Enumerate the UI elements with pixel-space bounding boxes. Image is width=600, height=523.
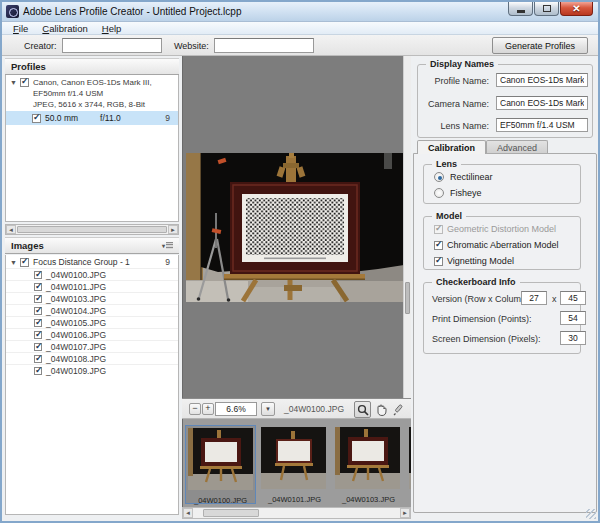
image-filename: _04W0103.JPG: [46, 294, 106, 304]
left-sidebar: Profiles ▼ Canon, Canon EOS-1Ds Mark III…: [5, 58, 179, 515]
menu-file[interactable]: File: [6, 23, 35, 34]
image-row[interactable]: _04W0108.JPG: [6, 352, 178, 364]
menu-help[interactable]: Help: [95, 23, 129, 34]
generate-profiles-button[interactable]: Generate Profiles: [492, 37, 588, 54]
filmstrip-thumb[interactable]: _04W0103.JPG: [333, 425, 404, 504]
hand-tool-button[interactable]: [372, 401, 389, 418]
maximize-button[interactable]: [534, 2, 559, 16]
image-row[interactable]: _04W0105.JPG: [6, 316, 178, 328]
pin-tool-button[interactable]: [390, 401, 407, 418]
filmstrip-thumb[interactable]: _04W0100.JPG: [185, 425, 256, 504]
thumbnail-label: _04W0101.JPG: [261, 495, 328, 504]
checkbox-checked-icon[interactable]: [32, 114, 41, 123]
minimize-button[interactable]: [508, 2, 533, 16]
website-input[interactable]: [214, 38, 314, 53]
image-row[interactable]: _04W0100.JPG: [6, 268, 178, 280]
images-header: Images ▾: [5, 237, 179, 254]
checkbox-checked-icon[interactable]: [34, 343, 42, 351]
images-group-row[interactable]: ▼ Focus Distance Group - 1 9: [6, 255, 178, 268]
image-row[interactable]: _04W0106.JPG: [6, 328, 178, 340]
screen-dimension-label: Screen Dimension (Pixels):: [432, 334, 541, 344]
rectilinear-option[interactable]: Rectilinear: [434, 172, 493, 182]
checkbox-checked-icon[interactable]: [34, 295, 42, 303]
images-title: Images: [11, 240, 44, 251]
print-dimension-label: Print Dimension (Points):: [432, 314, 532, 324]
camera-name-input[interactable]: [496, 96, 588, 110]
filmstrip-hscrollbar[interactable]: ◄ ►: [182, 507, 411, 519]
images-list: ▼ Focus Distance Group - 1 9 _04W0100.JP…: [5, 255, 179, 515]
checkbox-checked-icon[interactable]: [434, 241, 443, 250]
scroll-right-icon[interactable]: ►: [400, 508, 410, 518]
image-row[interactable]: _04W0104.JPG: [6, 304, 178, 316]
pin-icon: [393, 404, 405, 416]
zoom-out-button[interactable]: −: [189, 403, 201, 415]
zoom-in-button[interactable]: +: [202, 403, 214, 415]
image-row[interactable]: _04W0101.JPG: [6, 280, 178, 292]
maximize-icon: [543, 5, 551, 12]
profile-name-input[interactable]: [496, 73, 588, 87]
profiles-hscrollbar[interactable]: ◄ ►: [5, 224, 179, 235]
scrollbar-thumb[interactable]: [405, 282, 410, 314]
checkbox-checked-icon[interactable]: [20, 78, 29, 87]
radio-selected-icon[interactable]: [434, 172, 444, 182]
preview-canvas[interactable]: [182, 56, 411, 398]
checkbox-checked-icon[interactable]: [34, 307, 42, 315]
profile-child-row[interactable]: 50.0 mm f/11.0 9: [6, 111, 178, 125]
scroll-left-icon[interactable]: ◄: [6, 225, 16, 234]
panel-menu-icon[interactable]: ▾: [162, 242, 173, 249]
screen-dimension-input[interactable]: [560, 331, 586, 345]
scroll-left-icon[interactable]: ◄: [183, 508, 193, 518]
print-dimension-input[interactable]: [560, 311, 586, 325]
chromatic-aberration-label: Chromatic Aberration Model: [447, 240, 559, 250]
checkbox-checked-icon[interactable]: [34, 283, 42, 291]
image-row[interactable]: _04W0103.JPG: [6, 292, 178, 304]
zoom-tool-button[interactable]: [354, 401, 371, 418]
zoom-level-value[interactable]: 6.6%: [215, 402, 257, 416]
checkbox-checked-disabled-icon: [434, 225, 443, 234]
resize-grip[interactable]: [586, 509, 596, 519]
expander-down-icon[interactable]: ▼: [10, 257, 20, 266]
thumbnail-photo: [261, 427, 326, 489]
preview-area: − + 6.6% ▼ _04W0100.JPG: [182, 56, 411, 519]
image-row[interactable]: _04W0107.JPG: [6, 340, 178, 352]
thumbnail-photo: [188, 428, 253, 490]
app-window: Adobe Lens Profile Creator - Untitled Pr…: [0, 0, 600, 523]
geometric-distortion-label: Geometric Distortion Model: [447, 224, 556, 234]
lens-name-input[interactable]: [496, 118, 588, 132]
scroll-right-icon[interactable]: ►: [168, 225, 178, 234]
fisheye-option[interactable]: Fisheye: [434, 188, 482, 198]
version-cols-input[interactable]: [560, 291, 586, 305]
radio-unselected-icon[interactable]: [434, 188, 444, 198]
website-label: Website:: [174, 41, 209, 51]
checkbox-checked-icon[interactable]: [34, 271, 42, 279]
image-filename: _04W0100.JPG: [46, 270, 106, 280]
filmstrip-thumb[interactable]: _04W0101.JPG: [259, 425, 330, 504]
checkbox-checked-icon[interactable]: [34, 331, 42, 339]
checkbox-checked-icon[interactable]: [434, 257, 443, 266]
preview-vscrollbar[interactable]: [403, 56, 411, 398]
fisheye-label: Fisheye: [450, 188, 482, 198]
checkbox-checked-icon[interactable]: [34, 319, 42, 327]
checkbox-checked-icon[interactable]: [20, 258, 29, 267]
header-toolbar: Creator: Website: Generate Profiles: [2, 35, 598, 56]
window-title: Adobe Lens Profile Creator - Untitled Pr…: [23, 6, 241, 17]
close-button[interactable]: ✕: [560, 2, 593, 16]
scrollbar-thumb[interactable]: [17, 226, 167, 233]
creator-input[interactable]: [62, 38, 162, 53]
creator-label: Creator:: [24, 41, 57, 51]
tab-advanced[interactable]: Advanced: [486, 140, 548, 154]
version-rows-input[interactable]: [521, 291, 547, 305]
tab-calibration[interactable]: Calibration: [417, 140, 486, 154]
expander-down-icon[interactable]: ▼: [10, 77, 20, 110]
profile-aperture: f/11.0: [100, 113, 121, 123]
zoom-dropdown-button[interactable]: ▼: [261, 402, 275, 416]
title-bar[interactable]: Adobe Lens Profile Creator - Untitled Pr…: [2, 2, 598, 22]
menu-calibration[interactable]: Calibration: [35, 23, 94, 34]
scrollbar-thumb[interactable]: [203, 509, 259, 517]
checkbox-checked-icon[interactable]: [34, 367, 42, 375]
chromatic-aberration-option[interactable]: Chromatic Aberration Model: [434, 240, 559, 250]
profile-group-row[interactable]: ▼ Canon, Canon EOS-1Ds Mark III, EF50mm …: [6, 75, 178, 111]
image-row[interactable]: _04W0109.JPG: [6, 364, 178, 376]
checkbox-checked-icon[interactable]: [34, 355, 42, 363]
vignetting-option[interactable]: Vignetting Model: [434, 256, 514, 266]
